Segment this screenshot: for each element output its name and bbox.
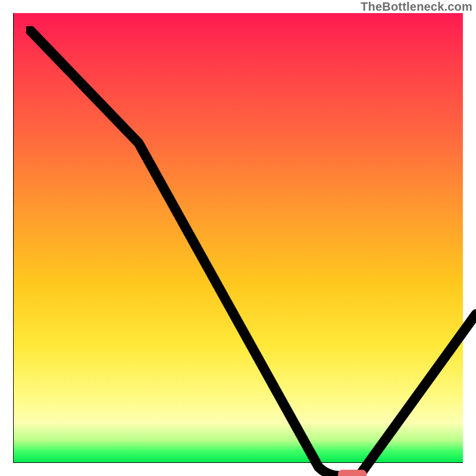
curve-layer (26, 26, 476, 476)
chart-canvas: TheBottleneck.com (0, 0, 476, 476)
bottleneck-curve (26, 26, 476, 476)
watermark-text: TheBottleneck.com (361, 0, 472, 14)
optimal-marker (338, 469, 367, 476)
plot-area (13, 13, 463, 463)
